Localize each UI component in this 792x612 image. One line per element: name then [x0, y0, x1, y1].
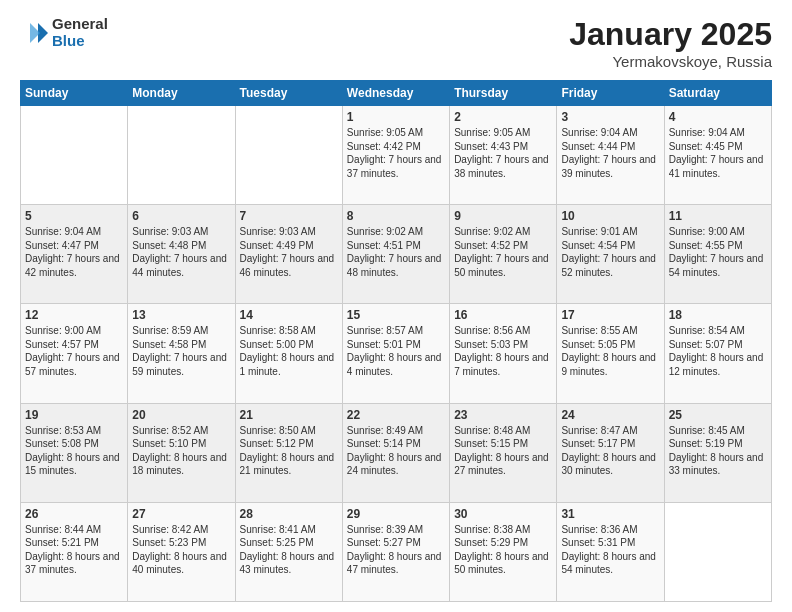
- day-number: 21: [240, 408, 338, 422]
- day-number: 14: [240, 308, 338, 322]
- day-info: Sunrise: 8:50 AM Sunset: 5:12 PM Dayligh…: [240, 424, 338, 478]
- day-number: 4: [669, 110, 767, 124]
- day-info: Sunrise: 8:36 AM Sunset: 5:31 PM Dayligh…: [561, 523, 659, 577]
- header: General Blue January 2025 Yermakovskoye,…: [20, 16, 772, 70]
- col-saturday: Saturday: [664, 81, 771, 106]
- table-row: 6Sunrise: 9:03 AM Sunset: 4:48 PM Daylig…: [128, 205, 235, 304]
- table-row: 18Sunrise: 8:54 AM Sunset: 5:07 PM Dayli…: [664, 304, 771, 403]
- table-row: 24Sunrise: 8:47 AM Sunset: 5:17 PM Dayli…: [557, 403, 664, 502]
- day-info: Sunrise: 8:59 AM Sunset: 4:58 PM Dayligh…: [132, 324, 230, 378]
- day-info: Sunrise: 8:49 AM Sunset: 5:14 PM Dayligh…: [347, 424, 445, 478]
- day-info: Sunrise: 9:03 AM Sunset: 4:49 PM Dayligh…: [240, 225, 338, 279]
- calendar-title: January 2025: [569, 16, 772, 53]
- day-info: Sunrise: 8:58 AM Sunset: 5:00 PM Dayligh…: [240, 324, 338, 378]
- calendar-week-row: 12Sunrise: 9:00 AM Sunset: 4:57 PM Dayli…: [21, 304, 772, 403]
- day-number: 26: [25, 507, 123, 521]
- day-info: Sunrise: 9:03 AM Sunset: 4:48 PM Dayligh…: [132, 225, 230, 279]
- day-number: 17: [561, 308, 659, 322]
- calendar-table: Sunday Monday Tuesday Wednesday Thursday…: [20, 80, 772, 602]
- table-row: 31Sunrise: 8:36 AM Sunset: 5:31 PM Dayli…: [557, 502, 664, 601]
- logo-general: General: [52, 16, 108, 33]
- table-row: 12Sunrise: 9:00 AM Sunset: 4:57 PM Dayli…: [21, 304, 128, 403]
- page: General Blue January 2025 Yermakovskoye,…: [0, 0, 792, 612]
- table-row: 15Sunrise: 8:57 AM Sunset: 5:01 PM Dayli…: [342, 304, 449, 403]
- table-row: [664, 502, 771, 601]
- day-number: 3: [561, 110, 659, 124]
- day-info: Sunrise: 8:45 AM Sunset: 5:19 PM Dayligh…: [669, 424, 767, 478]
- day-number: 10: [561, 209, 659, 223]
- table-row: 21Sunrise: 8:50 AM Sunset: 5:12 PM Dayli…: [235, 403, 342, 502]
- day-number: 24: [561, 408, 659, 422]
- table-row: 3Sunrise: 9:04 AM Sunset: 4:44 PM Daylig…: [557, 106, 664, 205]
- day-number: 22: [347, 408, 445, 422]
- day-info: Sunrise: 9:04 AM Sunset: 4:44 PM Dayligh…: [561, 126, 659, 180]
- day-number: 29: [347, 507, 445, 521]
- day-info: Sunrise: 8:47 AM Sunset: 5:17 PM Dayligh…: [561, 424, 659, 478]
- calendar-week-row: 26Sunrise: 8:44 AM Sunset: 5:21 PM Dayli…: [21, 502, 772, 601]
- logo-text: General Blue: [52, 16, 108, 49]
- day-info: Sunrise: 9:01 AM Sunset: 4:54 PM Dayligh…: [561, 225, 659, 279]
- table-row: 8Sunrise: 9:02 AM Sunset: 4:51 PM Daylig…: [342, 205, 449, 304]
- day-number: 13: [132, 308, 230, 322]
- day-info: Sunrise: 8:57 AM Sunset: 5:01 PM Dayligh…: [347, 324, 445, 378]
- day-info: Sunrise: 8:53 AM Sunset: 5:08 PM Dayligh…: [25, 424, 123, 478]
- col-wednesday: Wednesday: [342, 81, 449, 106]
- table-row: 17Sunrise: 8:55 AM Sunset: 5:05 PM Dayli…: [557, 304, 664, 403]
- day-info: Sunrise: 8:54 AM Sunset: 5:07 PM Dayligh…: [669, 324, 767, 378]
- col-thursday: Thursday: [450, 81, 557, 106]
- day-info: Sunrise: 9:00 AM Sunset: 4:57 PM Dayligh…: [25, 324, 123, 378]
- table-row: 10Sunrise: 9:01 AM Sunset: 4:54 PM Dayli…: [557, 205, 664, 304]
- logo-blue: Blue: [52, 33, 108, 50]
- day-number: 27: [132, 507, 230, 521]
- table-row: 5Sunrise: 9:04 AM Sunset: 4:47 PM Daylig…: [21, 205, 128, 304]
- logo-icon: [20, 19, 48, 47]
- day-number: 15: [347, 308, 445, 322]
- day-info: Sunrise: 8:41 AM Sunset: 5:25 PM Dayligh…: [240, 523, 338, 577]
- day-info: Sunrise: 8:39 AM Sunset: 5:27 PM Dayligh…: [347, 523, 445, 577]
- calendar-week-row: 19Sunrise: 8:53 AM Sunset: 5:08 PM Dayli…: [21, 403, 772, 502]
- day-number: 1: [347, 110, 445, 124]
- table-row: 2Sunrise: 9:05 AM Sunset: 4:43 PM Daylig…: [450, 106, 557, 205]
- day-number: 9: [454, 209, 552, 223]
- day-info: Sunrise: 8:55 AM Sunset: 5:05 PM Dayligh…: [561, 324, 659, 378]
- logo: General Blue: [20, 16, 108, 49]
- day-number: 25: [669, 408, 767, 422]
- calendar-subtitle: Yermakovskoye, Russia: [569, 53, 772, 70]
- day-number: 2: [454, 110, 552, 124]
- day-info: Sunrise: 9:02 AM Sunset: 4:51 PM Dayligh…: [347, 225, 445, 279]
- table-row: 14Sunrise: 8:58 AM Sunset: 5:00 PM Dayli…: [235, 304, 342, 403]
- day-number: 23: [454, 408, 552, 422]
- table-row: 30Sunrise: 8:38 AM Sunset: 5:29 PM Dayli…: [450, 502, 557, 601]
- table-row: 22Sunrise: 8:49 AM Sunset: 5:14 PM Dayli…: [342, 403, 449, 502]
- day-info: Sunrise: 8:38 AM Sunset: 5:29 PM Dayligh…: [454, 523, 552, 577]
- calendar-header-row: Sunday Monday Tuesday Wednesday Thursday…: [21, 81, 772, 106]
- day-info: Sunrise: 8:52 AM Sunset: 5:10 PM Dayligh…: [132, 424, 230, 478]
- day-info: Sunrise: 9:00 AM Sunset: 4:55 PM Dayligh…: [669, 225, 767, 279]
- table-row: 19Sunrise: 8:53 AM Sunset: 5:08 PM Dayli…: [21, 403, 128, 502]
- day-info: Sunrise: 8:48 AM Sunset: 5:15 PM Dayligh…: [454, 424, 552, 478]
- day-number: 12: [25, 308, 123, 322]
- day-info: Sunrise: 8:44 AM Sunset: 5:21 PM Dayligh…: [25, 523, 123, 577]
- day-number: 30: [454, 507, 552, 521]
- table-row: 26Sunrise: 8:44 AM Sunset: 5:21 PM Dayli…: [21, 502, 128, 601]
- table-row: [21, 106, 128, 205]
- title-block: January 2025 Yermakovskoye, Russia: [569, 16, 772, 70]
- table-row: 4Sunrise: 9:04 AM Sunset: 4:45 PM Daylig…: [664, 106, 771, 205]
- table-row: 13Sunrise: 8:59 AM Sunset: 4:58 PM Dayli…: [128, 304, 235, 403]
- day-number: 20: [132, 408, 230, 422]
- day-info: Sunrise: 9:04 AM Sunset: 4:47 PM Dayligh…: [25, 225, 123, 279]
- day-number: 28: [240, 507, 338, 521]
- day-number: 11: [669, 209, 767, 223]
- table-row: 27Sunrise: 8:42 AM Sunset: 5:23 PM Dayli…: [128, 502, 235, 601]
- day-info: Sunrise: 9:05 AM Sunset: 4:43 PM Dayligh…: [454, 126, 552, 180]
- day-number: 18: [669, 308, 767, 322]
- col-sunday: Sunday: [21, 81, 128, 106]
- day-number: 8: [347, 209, 445, 223]
- table-row: 11Sunrise: 9:00 AM Sunset: 4:55 PM Dayli…: [664, 205, 771, 304]
- table-row: 29Sunrise: 8:39 AM Sunset: 5:27 PM Dayli…: [342, 502, 449, 601]
- table-row: 16Sunrise: 8:56 AM Sunset: 5:03 PM Dayli…: [450, 304, 557, 403]
- table-row: 7Sunrise: 9:03 AM Sunset: 4:49 PM Daylig…: [235, 205, 342, 304]
- calendar-week-row: 1Sunrise: 9:05 AM Sunset: 4:42 PM Daylig…: [21, 106, 772, 205]
- day-number: 16: [454, 308, 552, 322]
- day-info: Sunrise: 9:05 AM Sunset: 4:42 PM Dayligh…: [347, 126, 445, 180]
